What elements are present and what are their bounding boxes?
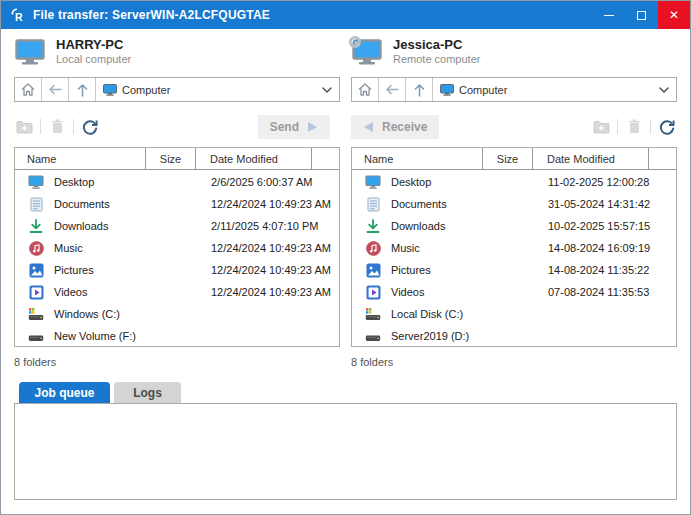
- new-folder-button[interactable]: [14, 117, 34, 137]
- table-row[interactable]: Documents31-05-2024 14:31:42: [352, 193, 676, 215]
- desktop-icon: [28, 174, 44, 190]
- file-name: Music: [54, 242, 83, 254]
- home-button[interactable]: [352, 78, 379, 101]
- file-date: 31-05-2024 14:31:42: [532, 198, 648, 210]
- drive-icon: [365, 328, 381, 344]
- minimize-button[interactable]: [592, 1, 625, 29]
- table-row[interactable]: Documents12/24/2024 10:49:23 AM: [15, 193, 339, 215]
- home-icon: [21, 83, 35, 96]
- column-size[interactable]: Size: [482, 148, 532, 169]
- table-row[interactable]: Downloads10-02-2025 15:57:15: [352, 215, 676, 237]
- chevron-down-icon: [322, 87, 332, 93]
- back-arrow-icon: [385, 84, 399, 95]
- wifi-badge-icon: [349, 34, 361, 52]
- path-text: Computer: [459, 84, 507, 96]
- trash-icon: [51, 119, 64, 134]
- file-name: Desktop: [54, 176, 94, 188]
- table-row[interactable]: Pictures14-08-2024 11:35:22: [352, 259, 676, 281]
- table-row[interactable]: Downloads2/11/2025 4:07:10 PM: [15, 215, 339, 237]
- remote-computer-header: Jessica-PC Remote computer: [351, 37, 677, 71]
- file-name: Downloads: [54, 220, 108, 232]
- table-row[interactable]: Desktop2/6/2025 6:00:37 AM: [15, 171, 339, 193]
- receive-button[interactable]: Receive: [351, 115, 439, 139]
- videos-icon: [365, 284, 381, 300]
- address-path[interactable]: Computer: [96, 78, 315, 101]
- home-icon: [358, 83, 372, 96]
- column-date-modified[interactable]: Date Modified: [532, 148, 648, 169]
- new-folder-icon: [593, 120, 610, 134]
- file-name: Server2019 (D:): [391, 330, 469, 342]
- file-date: 10-02-2025 15:57:15: [532, 220, 648, 232]
- file-date: 12/24/2024 10:49:23 AM: [195, 264, 311, 276]
- refresh-button[interactable]: [657, 117, 677, 137]
- trash-icon: [628, 119, 641, 134]
- downloads-icon: [28, 218, 44, 234]
- table-row[interactable]: New Volume (F:): [15, 325, 339, 347]
- file-date: 2/11/2025 4:07:10 PM: [195, 220, 311, 232]
- tab-logs[interactable]: Logs: [114, 382, 181, 403]
- file-name: Documents: [54, 198, 110, 210]
- close-button[interactable]: ✕: [658, 1, 690, 29]
- path-text: Computer: [122, 84, 170, 96]
- file-name-cell: Documents: [352, 196, 482, 212]
- file-date: 12/24/2024 10:49:23 AM: [195, 286, 311, 298]
- file-transfer-window: R File transfer: ServerWIN-A2LCFQUGTAE ✕: [0, 0, 691, 515]
- right-navigation-bar: Computer: [351, 77, 677, 102]
- music-icon: [365, 240, 381, 256]
- path-dropdown-button[interactable]: [315, 78, 339, 101]
- right-toolbar: Receive: [351, 114, 677, 139]
- table-row[interactable]: Windows (C:): [15, 303, 339, 325]
- file-name-cell: Pictures: [352, 262, 482, 278]
- up-button[interactable]: [69, 78, 96, 101]
- send-button[interactable]: Send: [258, 115, 330, 139]
- file-name-cell: Documents: [15, 196, 145, 212]
- file-name: New Volume (F:): [54, 330, 136, 342]
- desktop-icon: [365, 174, 381, 190]
- new-folder-button[interactable]: [591, 117, 611, 137]
- file-name: Downloads: [391, 220, 445, 232]
- table-row[interactable]: Music12/24/2024 10:49:23 AM: [15, 237, 339, 259]
- table-row[interactable]: Local Disk (C:): [352, 303, 676, 325]
- window-controls: ✕: [592, 1, 690, 29]
- table-row[interactable]: Videos07-08-2024 11:35:53: [352, 281, 676, 303]
- refresh-button[interactable]: [80, 117, 100, 137]
- table-row[interactable]: Desktop11-02-2025 12:00:28: [352, 171, 676, 193]
- delete-button[interactable]: [624, 117, 644, 137]
- tab-job-queue[interactable]: Job queue: [19, 382, 110, 403]
- file-name-cell: Local Disk (C:): [352, 306, 482, 322]
- up-button[interactable]: [406, 78, 433, 101]
- table-row[interactable]: Videos12/24/2024 10:49:23 AM: [15, 281, 339, 303]
- left-toolbar: Send: [14, 114, 340, 139]
- file-name: Local Disk (C:): [391, 308, 463, 320]
- pictures-icon: [28, 262, 44, 278]
- documents-icon: [28, 196, 44, 212]
- table-row[interactable]: Music14-08-2024 16:09:19: [352, 237, 676, 259]
- file-name: Videos: [54, 286, 87, 298]
- back-button[interactable]: [379, 78, 406, 101]
- computer-type: Remote computer: [393, 53, 480, 66]
- address-path[interactable]: Computer: [433, 78, 652, 101]
- back-button[interactable]: [42, 78, 69, 101]
- path-dropdown-button[interactable]: [652, 78, 676, 101]
- home-button[interactable]: [15, 78, 42, 101]
- back-arrow-icon: [48, 84, 62, 95]
- toolbar-separator: [40, 119, 41, 134]
- remote-computer-icon: [351, 37, 383, 66]
- file-date: 14-08-2024 11:35:22: [532, 264, 648, 276]
- send-label: Send: [270, 120, 299, 134]
- local-folder-count: 8 folders: [14, 356, 340, 369]
- maximize-button[interactable]: [625, 1, 658, 29]
- svg-text:R: R: [15, 11, 23, 23]
- table-row[interactable]: Pictures12/24/2024 10:49:23 AM: [15, 259, 339, 281]
- column-size[interactable]: Size: [145, 148, 195, 169]
- send-arrow-icon: [306, 121, 318, 133]
- table-row[interactable]: Server2019 (D:): [352, 325, 676, 347]
- column-name[interactable]: Name: [352, 148, 482, 169]
- documents-icon: [365, 196, 381, 212]
- table-body: Desktop11-02-2025 12:00:28Documents31-05…: [352, 171, 676, 347]
- new-folder-icon: [16, 120, 33, 134]
- delete-button[interactable]: [47, 117, 67, 137]
- column-name[interactable]: Name: [15, 148, 145, 169]
- file-name-cell: Server2019 (D:): [352, 328, 482, 344]
- column-date-modified[interactable]: Date Modified: [195, 148, 311, 169]
